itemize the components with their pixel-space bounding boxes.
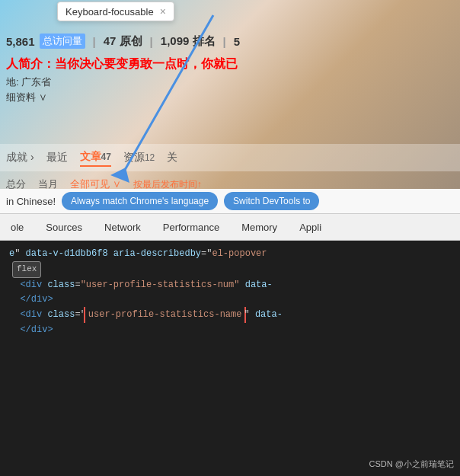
tooltip-label: Keyboard-focusable [65, 6, 154, 18]
article-count: 47 原创 [104, 34, 142, 49]
tab-recent[interactable]: 最近 [46, 149, 68, 166]
keyboard-focusable-tooltip: Keyboard-focusable × [57, 2, 174, 21]
divider1: | [93, 35, 96, 48]
switch-devtools-button[interactable]: Switch DevTools to [224, 192, 319, 210]
location-text: 地: 广东省 [6, 75, 454, 89]
code-line-5: <div class="user-profile-statistics-name… [9, 307, 451, 323]
profile-section: Keyboard-focusable × 5,861 总访问量 | 47 原创 … [0, 0, 460, 213]
extra-stat: 5 [234, 35, 240, 48]
code-line-4: </div> [9, 292, 451, 307]
profile-tabs: 成就 › 最近 文章47 资源12 关 [0, 144, 460, 171]
code-line-1: e" data-v-d1dbb6f8 aria-describedby="el-… [9, 247, 451, 261]
tab-articles[interactable]: 文章47 [80, 149, 111, 167]
bio-section: 人简介：当你决心要变勇敢一点时，你就已 地: 广东省 细资料 ∨ [0, 53, 460, 107]
bio-content: 当你决心要变勇敢一点时，你就已 [55, 57, 238, 70]
devtools-tabs-bar: ole Sources Network Performance Memory A… [0, 213, 460, 241]
bio-prefix: 人简介： [6, 57, 55, 70]
code-panel: e" data-v-d1dbb6f8 aria-describedby="el-… [0, 241, 460, 476]
divider3: | [223, 35, 226, 48]
tab-application[interactable]: Appli [289, 214, 333, 240]
language-notice: in Chinese! [6, 196, 56, 207]
tab-performance[interactable]: Performance [152, 214, 231, 240]
code-line-6: </div> [9, 323, 451, 337]
tab-console[interactable]: ole [0, 214, 35, 240]
divider2: | [150, 35, 153, 48]
bio-text: 人简介：当你决心要变勇敢一点时，你就已 [6, 56, 454, 72]
tab-follow[interactable]: 关 [167, 149, 177, 166]
tab-resources[interactable]: 资源12 [123, 149, 155, 166]
tab-achievement[interactable]: 成就 › [6, 149, 34, 166]
code-line-flex: flex [9, 261, 451, 278]
button-bar: in Chinese! Always match Chrome's langua… [0, 189, 460, 213]
rank-label: 1,099 排名 [161, 34, 216, 49]
visit-label: 总访问量 [40, 34, 85, 49]
match-language-button[interactable]: Always match Chrome's language [62, 192, 218, 210]
highlighted-class: user-profile-statistics-name [86, 307, 244, 323]
flex-badge: flex [12, 261, 41, 278]
tab-memory[interactable]: Memory [231, 214, 289, 240]
stats-bar: 5,861 总访问量 | 47 原创 | 1,099 排名 | 5 [0, 30, 460, 52]
tab-network[interactable]: Network [94, 214, 152, 240]
code-line-3: <div class="user-profile-statistics-num"… [9, 278, 451, 292]
tab-sources[interactable]: Sources [35, 214, 94, 240]
detail-link[interactable]: 细资料 ∨ [6, 91, 454, 104]
visit-count: 5,861 [6, 35, 35, 48]
tooltip-close-icon[interactable]: × [160, 5, 166, 18]
